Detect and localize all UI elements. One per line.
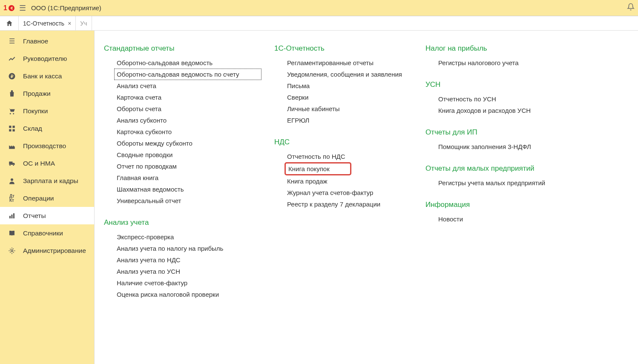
report-link-selected[interactable]: Оборотно-сальдовая ведомость по счету — [114, 69, 262, 80]
report-link-highlighted[interactable]: Книга покупок — [288, 165, 330, 172]
notifications-icon[interactable] — [627, 3, 635, 13]
section-title: Стандартные отчеты — [104, 44, 262, 53]
report-link[interactable]: Анализ счета — [114, 80, 262, 92]
report-link[interactable]: Обороты между субконто — [114, 138, 262, 149]
report-link[interactable]: Личные кабинеты — [285, 103, 413, 115]
sidebar-item-reports[interactable]: Отчеты — [0, 207, 94, 224]
sidebar-item-label: Покупки — [23, 107, 48, 115]
report-link[interactable]: Регистры учета малых предприятий — [436, 177, 562, 189]
sidebar-item-sales[interactable]: Продажи — [0, 85, 94, 102]
report-link[interactable]: Журнал учета счетов-фактур — [285, 187, 413, 198]
report-link[interactable]: Реестр к разделу 7 декларации — [285, 198, 413, 210]
section-title: Налог на прибыль — [425, 44, 562, 53]
report-link[interactable]: Главная книга — [114, 172, 262, 183]
sidebar-item-manager[interactable]: Руководителю — [0, 50, 94, 67]
ruble-icon: ₽ — [8, 72, 16, 80]
sidebar-item-catalogs[interactable]: Справочники — [0, 224, 94, 242]
gear-icon — [8, 246, 16, 255]
report-link[interactable]: Наличие счетов-фактур — [114, 277, 262, 289]
report-link[interactable]: Карточка счета — [114, 92, 262, 103]
svg-rect-8 — [11, 215, 13, 218]
sidebar-item-hr[interactable]: Зарплата и кадры — [0, 172, 94, 189]
report-link[interactable]: Анализ субконто — [114, 115, 262, 126]
close-icon[interactable]: × — [68, 20, 71, 27]
sidebar-item-label: ОС и НМА — [23, 160, 55, 167]
report-link[interactable]: Универсальный отчет — [114, 195, 262, 206]
section-title: 1С-Отчетность — [274, 44, 413, 53]
sidebar-item-label: Зарплата и кадры — [23, 177, 78, 185]
section-title: УСН — [425, 80, 562, 89]
sidebar-item-assets[interactable]: ОС и НМА — [0, 155, 94, 172]
sidebar-item-label: Продажи — [23, 90, 51, 97]
report-link[interactable]: Регламентированные отчеты — [285, 57, 413, 69]
app-title: ООО (1С:Предприятие) — [31, 4, 101, 11]
reports-column-reporting: 1С-Отчетность Регламентированные отчеты … — [274, 43, 413, 355]
report-link[interactable]: Регистры налогового учета — [436, 57, 562, 69]
report-link[interactable]: Помощник заполнения 3-НДФЛ — [436, 141, 562, 152]
report-link[interactable]: Уведомления, сообщения и заявления — [285, 69, 413, 80]
menu-icon: ☰ — [8, 37, 16, 46]
report-link[interactable]: Оборотно-сальдовая ведомость — [114, 57, 262, 69]
sidebar: ☰ Главное Руководителю ₽ Банк и касса Пр… — [0, 31, 95, 364]
tabs-bar: 1С-Отчетность × Уч — [0, 16, 638, 31]
report-link[interactable]: Отчет по проводкам — [114, 161, 262, 172]
truck-icon — [8, 159, 16, 168]
dtkt-icon: ДтКт — [8, 194, 16, 203]
report-link[interactable]: Экспресс-проверка — [114, 231, 262, 243]
report-link[interactable]: Карточка субконто — [114, 126, 262, 138]
svg-text:₽: ₽ — [11, 74, 14, 78]
report-link[interactable]: Анализ учета по УСН — [114, 266, 262, 277]
section-title: Информация — [425, 201, 562, 209]
sidebar-item-main[interactable]: ☰ Главное — [0, 32, 94, 50]
sidebar-item-operations[interactable]: ДтКт Операции — [0, 189, 94, 207]
sidebar-item-production[interactable]: Производство — [0, 137, 94, 155]
sidebar-item-bank[interactable]: ₽ Банк и касса — [0, 67, 94, 85]
svg-rect-4 — [9, 129, 11, 131]
report-link[interactable]: Обороты счета — [114, 103, 262, 115]
reports-panel: Стандартные отчеты Оборотно-сальдовая ве… — [95, 31, 638, 364]
sidebar-item-label: Операции — [23, 195, 54, 202]
person-icon — [8, 177, 16, 185]
svg-rect-3 — [13, 126, 15, 128]
book-icon — [8, 229, 16, 238]
svg-rect-7 — [9, 216, 11, 218]
highlighted-link-box: Книга покупок — [285, 162, 351, 175]
app-logo: 1 — [3, 4, 15, 12]
report-link[interactable]: Сводные проводки — [114, 149, 262, 161]
boxes-icon — [8, 124, 16, 133]
cart-icon — [8, 107, 16, 115]
report-link[interactable]: Анализ учета по НДС — [114, 254, 262, 266]
report-link[interactable]: Книга доходов и расходов УСН — [436, 105, 562, 116]
factory-icon — [8, 142, 16, 150]
report-link[interactable]: Книга продаж — [285, 175, 413, 187]
reports-column-standard: Стандартные отчеты Оборотно-сальдовая ве… — [104, 43, 262, 355]
sidebar-item-label: Производство — [23, 142, 66, 150]
sidebar-item-label: Главное — [23, 37, 48, 45]
sidebar-item-label: Банк и касса — [23, 72, 62, 80]
sidebar-item-purchases[interactable]: Покупки — [0, 102, 94, 120]
sidebar-item-warehouse[interactable]: Склад — [0, 120, 94, 137]
main-menu-icon[interactable]: ☰ — [19, 3, 26, 13]
sidebar-item-admin[interactable]: Администрирование — [0, 242, 94, 259]
home-tab[interactable] — [0, 16, 19, 30]
bars-icon — [8, 212, 16, 220]
bag-icon — [8, 89, 16, 98]
svg-rect-9 — [13, 213, 14, 218]
tab-label: 1С-Отчетность — [23, 20, 64, 27]
sidebar-item-label: Склад — [23, 125, 42, 132]
reports-column-tax: Налог на прибыль Регистры налогового уче… — [425, 43, 562, 355]
section-title: НДС — [274, 138, 413, 146]
report-link[interactable]: Отчетность по НДС — [285, 151, 413, 162]
report-link[interactable]: Новости — [436, 213, 562, 225]
report-link[interactable]: Анализ учета по налогу на прибыль — [114, 243, 262, 254]
report-link[interactable]: Отчетность по УСН — [436, 93, 562, 105]
report-link[interactable]: ЕГРЮЛ — [285, 115, 413, 126]
report-link[interactable]: Шахматная ведомость — [114, 183, 262, 195]
section-title: Отчеты для малых предприятий — [425, 164, 562, 173]
tab-partial[interactable]: Уч — [76, 16, 92, 30]
report-link[interactable]: Письма — [285, 80, 413, 92]
report-link[interactable]: Оценка риска налоговой проверки — [114, 289, 262, 300]
sidebar-item-label: Справочники — [23, 229, 63, 237]
tab-1c-reporting[interactable]: 1С-Отчетность × — [19, 16, 76, 30]
report-link[interactable]: Сверки — [285, 92, 413, 103]
